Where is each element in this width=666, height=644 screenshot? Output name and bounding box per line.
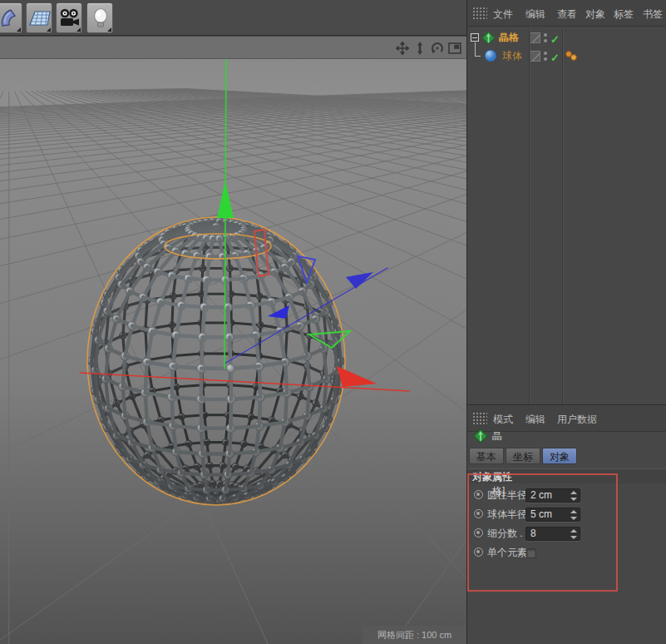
object-row-lattice[interactable]: 晶格 ✓ [467,29,666,47]
pan-view-icon[interactable] [395,41,410,56]
layer-toggle-icon[interactable] [530,32,540,43]
phong-tag-icon[interactable] [565,49,578,68]
visibility-dots-icon[interactable] [544,51,548,62]
stepper-control[interactable] [570,509,577,521]
floor-object-button[interactable] [26,2,52,33]
property-row-subdivision: 细分数 . 8 [467,525,666,542]
object-row-sphere[interactable]: 球体 ✓ [467,47,666,65]
om-menu-edit[interactable]: 编辑 [525,7,545,22]
zoom-view-icon[interactable] [412,41,427,56]
lattice-object-icon [473,429,488,449]
om-menu-view[interactable]: 查看 [557,7,577,22]
viewport-canvas[interactable] [0,59,466,644]
sky-object-button[interactable] [0,2,22,33]
sphere-object-icon [484,49,497,68]
om-column-divider [529,27,530,404]
panel-grip-icon[interactable] [472,7,487,19]
sphere-radius-input[interactable]: 5 cm [525,508,580,522]
property-label: 球体半径 [487,506,527,523]
light-object-button[interactable] [86,2,113,33]
am-menu-edit[interactable]: 编辑 [525,413,545,427]
property-label: 细分数 . [487,525,523,542]
object-label[interactable]: 球体 [502,47,522,65]
keyframe-circle-icon[interactable] [474,528,483,537]
property-row-cylinder-radius: 圆柱半径 2 cm [467,487,666,504]
single-element-checkbox[interactable] [526,548,536,558]
panel-grip-icon[interactable] [472,412,487,424]
stepper-control[interactable] [570,528,577,540]
am-menu-mode[interactable]: 模式 [493,413,513,427]
keyframe-circle-icon[interactable] [474,547,483,557]
subdivision-input[interactable]: 8 [525,527,580,541]
om-column-divider [562,27,563,404]
property-label: 单个元素 [487,544,527,562]
value-text: 8 [530,528,536,539]
maximize-view-icon[interactable] [447,41,462,56]
om-menu-file[interactable]: 文件 [493,7,513,22]
property-row-single-element: 单个元素 [467,544,666,562]
property-label: 圆柱半径 [487,487,527,504]
enabled-check-icon[interactable]: ✓ [550,31,560,48]
om-menu-object[interactable]: 对象 [585,7,605,22]
layer-toggle-icon[interactable] [530,51,540,62]
enabled-check-icon[interactable]: ✓ [550,49,560,67]
scene-objects-toolbar [0,0,466,36]
object-manager-menubar: 文件 编辑 查看 对象 标签 书签 [467,0,666,27]
tree-line [475,42,476,56]
rotate-view-icon[interactable] [430,41,445,56]
keyframe-circle-icon[interactable] [474,490,483,499]
value-text: 5 cm [530,508,552,520]
tab-object[interactable]: 对象 [542,448,577,464]
section-header: 对象属性 [467,468,666,483]
grid-spacing-label: 网格间距 : 100 cm [363,626,466,644]
am-menu-userdata[interactable]: 用户数据 [557,413,597,427]
viewport-titlebar[interactable] [0,37,466,59]
visibility-dots-icon[interactable] [544,32,548,43]
right-panel: 文件 编辑 查看 对象 标签 书签 晶格 ✓ 球体 [466,0,666,644]
value-text: 2 cm [530,489,552,501]
tree-line [475,56,481,57]
keyframe-circle-icon[interactable] [474,509,483,518]
viewport-panel: 网格间距 : 100 cm [0,37,466,644]
tab-basic[interactable]: 基本 [469,448,504,464]
property-row-sphere-radius: 球体半径 5 cm [467,506,666,523]
stepper-control[interactable] [570,490,577,502]
object-label[interactable]: 晶格 [499,29,519,47]
om-menu-bookmark[interactable]: 书签 [643,7,663,22]
tab-coords[interactable]: 坐标 [506,448,540,464]
attribute-tabs: 基本 坐标 对象 [469,448,579,464]
om-menu-tags[interactable]: 标签 [614,7,634,22]
camera-object-button[interactable] [56,2,82,33]
cylinder-radius-input[interactable]: 2 cm [525,488,580,503]
expand-toggle-icon[interactable] [471,33,479,42]
